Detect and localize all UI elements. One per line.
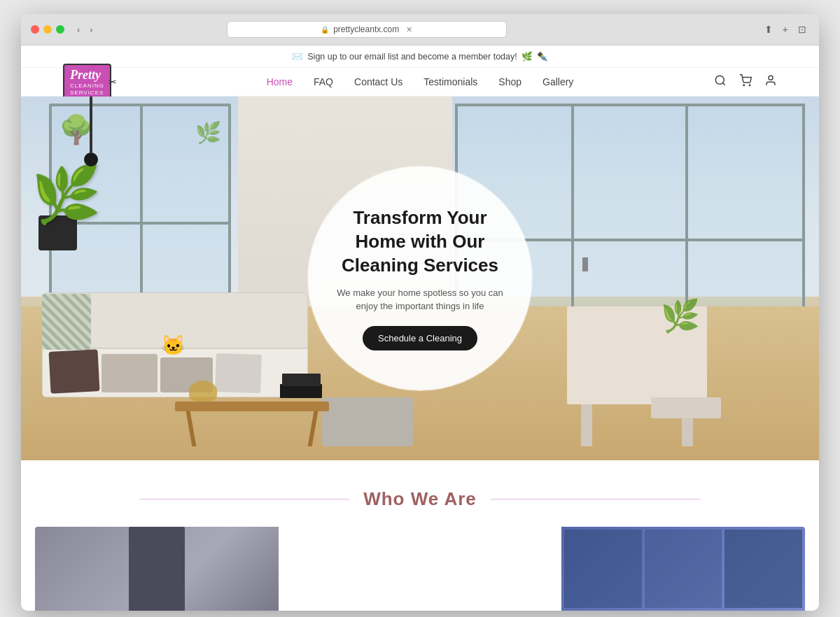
ottoman	[322, 397, 413, 446]
nav-shop[interactable]: Shop	[498, 76, 522, 87]
lamp	[84, 153, 98, 166]
svg-point-1	[743, 85, 745, 86]
browser-window: ‹ › 🔒 prettycleantx.com ✕ ⬆ + ⊡ ✉️ Sign …	[21, 14, 819, 611]
nav-home[interactable]: Home	[267, 76, 293, 87]
who-images	[35, 527, 805, 611]
bench	[651, 397, 721, 418]
checkered-pillow	[42, 294, 91, 350]
schedule-cleaning-button[interactable]: Schedule a Cleaning	[363, 326, 477, 350]
tab-overview-button[interactable]: ⊡	[795, 22, 809, 36]
who-line-left	[139, 499, 349, 499]
banner-icon-pen: ✒️	[537, 51, 548, 62]
svg-point-0	[715, 76, 724, 84]
coffee-table	[175, 402, 329, 446]
share-button[interactable]: ⬆	[762, 22, 776, 36]
website-content: ✉️ Sign up to our email list and become …	[21, 45, 819, 611]
who-title: Who We Are	[363, 488, 477, 510]
search-button[interactable]	[714, 74, 727, 90]
maximize-button[interactable]	[56, 25, 64, 34]
hero-section: 🌳 🌿 🌱 🌿	[21, 97, 819, 460]
who-image-right	[561, 527, 805, 611]
who-line-right	[491, 499, 701, 499]
nav-links: Home FAQ Contact Us Testimonials Shop Ga…	[267, 76, 574, 87]
nav-icons	[714, 74, 777, 90]
logo-box: Pretty CleaningServices ✂	[63, 64, 111, 100]
banner-icon-right: 🌿	[522, 51, 533, 62]
who-image-gap	[280, 527, 560, 611]
forward-button[interactable]: ›	[87, 23, 95, 36]
hero-overlay-circle: Transform Your Home with Our Cleaning Se…	[308, 166, 532, 390]
cart-button[interactable]	[739, 74, 752, 90]
nav-gallery[interactable]: Gallery	[542, 76, 573, 87]
tree-outside-2: 🌿	[195, 120, 221, 145]
browser-titlebar: ‹ › 🔒 prettycleantx.com ✕ ⬆ + ⊡	[21, 14, 819, 45]
logo-pretty: Pretty	[70, 68, 104, 83]
browser-action-buttons: ⬆ + ⊡	[762, 22, 809, 36]
lamp-pole	[90, 97, 92, 153]
scissor-icon: ✂	[108, 76, 117, 87]
cat: 🐱	[161, 334, 186, 357]
nav-testimonials[interactable]: Testimonials	[424, 76, 477, 87]
new-tab-button[interactable]: +	[780, 22, 791, 36]
navbar: Pretty CleaningServices ✂ Home FAQ Conta…	[21, 68, 819, 97]
browser-nav-buttons: ‹ ›	[74, 23, 96, 36]
lock-icon: 🔒	[321, 26, 329, 34]
large-plant: 🌿	[31, 166, 102, 250]
close-button[interactable]	[31, 25, 39, 34]
wall-outlet	[582, 257, 588, 271]
traffic-lights	[31, 25, 64, 34]
banner-text: Sign up to our email list and become a m…	[307, 52, 517, 62]
svg-point-3	[769, 76, 773, 80]
banner-icon-left: ✉️	[292, 51, 303, 62]
nav-faq[interactable]: FAQ	[314, 76, 333, 87]
logo-area[interactable]: Pretty CleaningServices ✂	[63, 64, 111, 100]
back-button[interactable]: ‹	[74, 23, 83, 36]
user-button[interactable]	[764, 74, 777, 90]
tree-outside: 🌳	[59, 113, 94, 146]
logo-sub: CleaningServices	[70, 83, 104, 96]
url-text: prettycleantx.com	[333, 24, 399, 34]
top-banner: ✉️ Sign up to our email list and become …	[21, 45, 819, 68]
svg-point-2	[749, 85, 750, 86]
close-tab-button[interactable]: ✕	[406, 25, 412, 34]
address-bar[interactable]: 🔒 prettycleantx.com ✕	[227, 21, 507, 38]
who-we-are-section: Who We Are	[21, 460, 819, 611]
right-plant: 🌿	[661, 297, 700, 334]
minimize-button[interactable]	[43, 25, 52, 34]
hero-subtitle: We make your home spotless so you can en…	[329, 286, 511, 313]
who-image-left	[35, 527, 279, 611]
who-header: Who We Are	[35, 488, 805, 510]
nav-contact[interactable]: Contact Us	[354, 76, 402, 87]
hero-title: Transform Your Home with Our Cleaning Se…	[329, 206, 511, 277]
